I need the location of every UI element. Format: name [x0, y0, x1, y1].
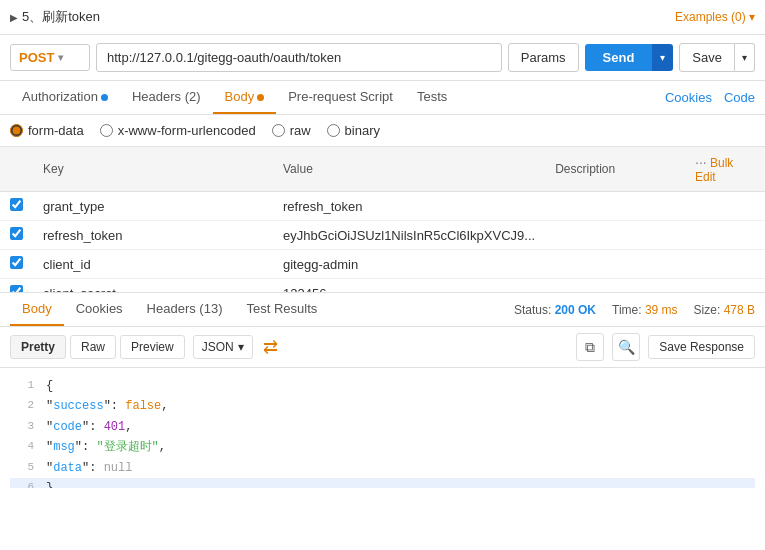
- save-dropdown-button[interactable]: ▾: [735, 43, 755, 72]
- line-content: "code": 401,: [46, 417, 755, 437]
- radio-raw[interactable]: raw: [272, 123, 311, 138]
- authorization-dot: [101, 94, 108, 101]
- more-options-icon[interactable]: ···: [695, 154, 707, 170]
- send-btn-group: Send ▾: [585, 44, 674, 71]
- params-button[interactable]: Params: [508, 43, 579, 72]
- tab-pre-request[interactable]: Pre-request Script: [276, 81, 405, 114]
- row-key-2: client_id: [33, 250, 273, 279]
- row-check-3[interactable]: [0, 279, 33, 293]
- body-dot: [257, 94, 264, 101]
- url-input[interactable]: [96, 43, 502, 72]
- request-tabs: Authorization Headers (2) Body Pre-reque…: [0, 81, 765, 115]
- code-area: 1{2 "success": false,3 "code": 401,4 "ms…: [0, 368, 765, 488]
- resp-tab-cookies[interactable]: Cookies: [64, 293, 135, 326]
- code-line: 5 "data": null: [10, 458, 755, 478]
- radio-form-data[interactable]: form-data: [10, 123, 84, 138]
- status-label: Status: 200 OK: [514, 303, 596, 317]
- row-value-1: eyJhbGciOiJSUzl1NilsInR5cCl6IkpXVCJ9...: [273, 221, 545, 250]
- line-content: {: [46, 376, 755, 396]
- code-line: 4 "msg": "登录超时",: [10, 437, 755, 457]
- row-check-1[interactable]: [0, 221, 33, 250]
- row-desc-1: [545, 221, 685, 250]
- row-desc-0: [545, 192, 685, 221]
- table-row: grant_type refresh_token: [0, 192, 765, 221]
- format-select[interactable]: JSON ▾: [193, 335, 253, 359]
- code-line: 6}: [10, 478, 755, 488]
- save-button[interactable]: Save: [679, 43, 735, 72]
- row-check-0[interactable]: [0, 192, 33, 221]
- top-bar: ▶ 5、刷新token Examples (0) ▾: [0, 0, 765, 35]
- status-value: 200 OK: [555, 303, 596, 317]
- response-body-toolbar: Pretty Raw Preview JSON ▾ ⇄ ⧉ 🔍 Save Res…: [0, 327, 765, 368]
- pretty-button[interactable]: Pretty: [10, 335, 66, 359]
- row-actions-0: [685, 192, 765, 221]
- line-content: "success": false,: [46, 396, 755, 416]
- save-btn-group: Save ▾: [679, 43, 755, 72]
- url-bar: POST ▾ Params Send ▾ Save ▾: [0, 35, 765, 81]
- search-button[interactable]: 🔍: [612, 333, 640, 361]
- code-line: 2 "success": false,: [10, 396, 755, 416]
- line-number: 4: [10, 437, 34, 456]
- response-tabs-bar: Body Cookies Headers (13) Test Results S…: [0, 293, 765, 327]
- method-arrow-icon: ▾: [58, 52, 63, 63]
- row-value-2: gitegg-admin: [273, 250, 545, 279]
- request-name: ▶ 5、刷新token: [10, 8, 100, 26]
- radio-urlencoded[interactable]: x-www-form-urlencoded: [100, 123, 256, 138]
- format-dropdown-icon: ▾: [238, 340, 244, 354]
- send-button[interactable]: Send: [585, 44, 653, 71]
- resp-tab-headers[interactable]: Headers (13): [135, 293, 235, 326]
- examples-link[interactable]: Examples (0) ▾: [675, 10, 755, 24]
- row-value-0: refresh_token: [273, 192, 545, 221]
- time-value: 39 ms: [645, 303, 678, 317]
- resp-tab-body[interactable]: Body: [10, 293, 64, 326]
- expand-icon[interactable]: ▶: [10, 12, 18, 23]
- size-value: 478 B: [724, 303, 755, 317]
- body-type-bar: form-data x-www-form-urlencoded raw bina…: [0, 115, 765, 147]
- resp-tab-test-results[interactable]: Test Results: [234, 293, 329, 326]
- raw-button[interactable]: Raw: [70, 335, 116, 359]
- params-table: Key Value Description ··· Bulk Edit gran…: [0, 147, 765, 292]
- cookies-link[interactable]: Cookies: [665, 90, 712, 105]
- code-line: 1{: [10, 376, 755, 396]
- wrap-icon[interactable]: ⇄: [263, 336, 278, 358]
- radio-binary[interactable]: binary: [327, 123, 380, 138]
- tab-headers[interactable]: Headers (2): [120, 81, 213, 114]
- row-key-1: refresh_token: [33, 221, 273, 250]
- line-number: 3: [10, 417, 34, 436]
- row-key-3: client_secret: [33, 279, 273, 293]
- save-response-button[interactable]: Save Response: [648, 335, 755, 359]
- tab-authorization[interactable]: Authorization: [10, 81, 120, 114]
- table-row: refresh_token eyJhbGciOiJSUzl1NilsInR5cC…: [0, 221, 765, 250]
- row-actions-3: [685, 279, 765, 293]
- tab-body[interactable]: Body: [213, 81, 277, 114]
- col-header-value: Value: [273, 147, 545, 192]
- response-status-info: Status: 200 OK Time: 39 ms Size: 478 B: [514, 303, 755, 317]
- method-select[interactable]: POST ▾: [10, 44, 90, 71]
- params-table-wrapper: Key Value Description ··· Bulk Edit gran…: [0, 147, 765, 292]
- col-header-key: Key: [33, 147, 273, 192]
- line-number: 5: [10, 458, 34, 477]
- row-value-3: 123456: [273, 279, 545, 293]
- row-desc-3: [545, 279, 685, 293]
- tab-tests[interactable]: Tests: [405, 81, 459, 114]
- row-key-0: grant_type: [33, 192, 273, 221]
- line-content: "data": null: [46, 458, 755, 478]
- toolbar-right: ⧉ 🔍 Save Response: [576, 333, 755, 361]
- table-row: client_secret 123456: [0, 279, 765, 293]
- row-actions-2: [685, 250, 765, 279]
- preview-button[interactable]: Preview: [120, 335, 185, 359]
- table-row: client_id gitegg-admin: [0, 250, 765, 279]
- line-number: 6: [10, 478, 34, 488]
- col-header-check: [0, 147, 33, 192]
- time-label: Time: 39 ms: [612, 303, 678, 317]
- copy-button[interactable]: ⧉: [576, 333, 604, 361]
- send-dropdown-button[interactable]: ▾: [652, 44, 673, 71]
- col-header-description: Description: [545, 147, 685, 192]
- row-check-2[interactable]: [0, 250, 33, 279]
- req-tabs-right: Cookies Code: [665, 90, 755, 105]
- line-number: 2: [10, 396, 34, 415]
- size-label: Size: 478 B: [694, 303, 755, 317]
- code-link[interactable]: Code: [724, 90, 755, 105]
- row-actions-1: [685, 221, 765, 250]
- row-desc-2: [545, 250, 685, 279]
